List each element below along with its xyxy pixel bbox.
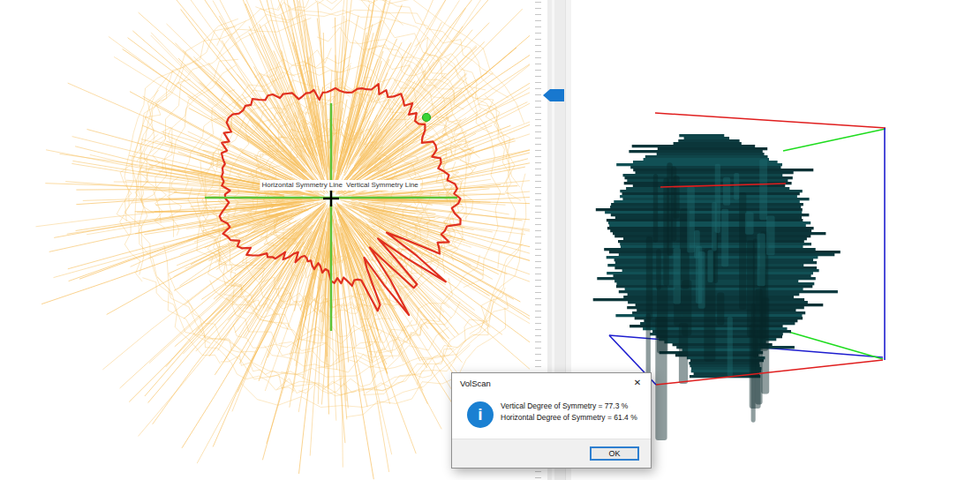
close-button[interactable]: ✕ bbox=[624, 373, 651, 393]
horizontal-symmetry-label: Horizontal Symmetry Line bbox=[260, 180, 344, 191]
horizontal-symmetry-result: Horizontal Degree of Symmetry = 61.4 % bbox=[501, 412, 637, 424]
contour-marker-dot[interactable] bbox=[423, 114, 431, 122]
dialog-title: VolScan bbox=[460, 379, 491, 388]
volscan-result-dialog: VolScan ✕ i Vertical Degree of Symmetry … bbox=[451, 372, 652, 469]
vertical-symmetry-result: Vertical Degree of Symmetry = 77.3 % bbox=[501, 401, 637, 412]
volscan-workspace: Horizontal Symmetry Line Vertical Symmet… bbox=[0, 0, 980, 480]
close-icon: ✕ bbox=[634, 378, 641, 387]
ok-button[interactable]: OK bbox=[590, 446, 639, 461]
dialog-message: Vertical Degree of Symmetry = 77.3 % Hor… bbox=[501, 401, 637, 424]
vertical-symmetry-label: Vertical Symmetry Line bbox=[344, 180, 420, 191]
info-icon: i bbox=[467, 401, 494, 428]
ruler-slider-marker[interactable] bbox=[541, 86, 571, 104]
dialog-footer: OK bbox=[452, 439, 651, 468]
slider-arrow-icon[interactable] bbox=[543, 89, 564, 101]
dialog-titlebar[interactable]: VolScan ✕ bbox=[452, 373, 651, 394]
